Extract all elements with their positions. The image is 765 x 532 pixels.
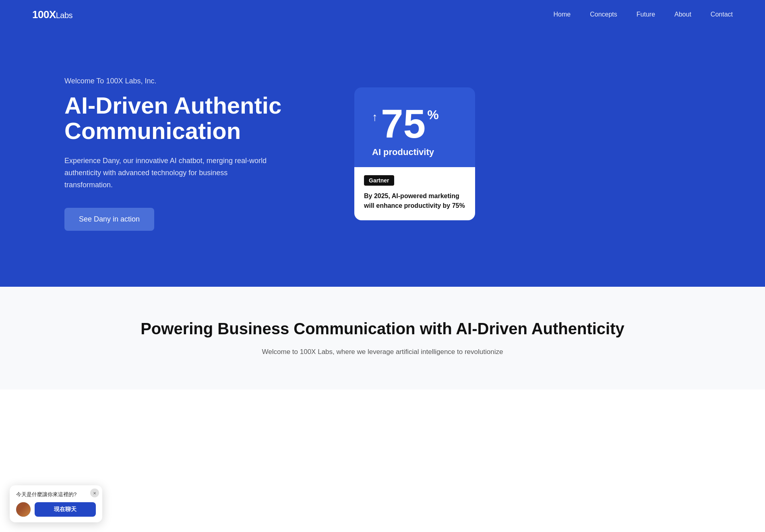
hero-description: Experience Dany, our innovative AI chatb… [64, 155, 274, 191]
stat-source-box: Gartner By 2025, AI-powered marketing wi… [354, 167, 475, 220]
nav-concepts[interactable]: Concepts [590, 11, 617, 18]
hero-welcome: Welcome To 100X Labs, Inc. [64, 77, 306, 85]
stat-percent: % [427, 108, 438, 122]
stat-card: ↑ 75 % AI productivity Gartner By 2025, … [354, 87, 475, 220]
section2-title: Powering Business Communication with AI-… [64, 319, 701, 338]
navbar: 100XLabs Home Concepts Future About Cont… [0, 0, 765, 29]
nav-future[interactable]: Future [637, 11, 655, 18]
hero-section: Welcome To 100X Labs, Inc. AI-Driven Aut… [0, 29, 765, 287]
see-dany-button[interactable]: See Dany in action [64, 208, 154, 231]
nav-home[interactable]: Home [554, 11, 571, 18]
hero-title: AI-Driven Authentic Communication [64, 93, 306, 144]
nav-links: Home Concepts Future About Contact [554, 11, 733, 18]
stat-number-row: ↑ 75 % [372, 104, 457, 144]
logo-text: 100XLabs [32, 8, 72, 21]
stat-source-text: By 2025, AI-powered marketing will enhan… [364, 191, 465, 211]
stat-source-badge: Gartner [364, 175, 394, 186]
nav-about[interactable]: About [674, 11, 691, 18]
stat-label: AI productivity [372, 147, 457, 157]
stat-arrow: ↑ [372, 111, 378, 124]
section2-subtitle: Welcome to 100X Labs, where we leverage … [242, 346, 523, 357]
stat-number: 75 [381, 104, 426, 144]
hero-content: Welcome To 100X Labs, Inc. AI-Driven Aut… [64, 77, 306, 231]
logo: 100XLabs [32, 8, 72, 21]
nav-contact[interactable]: Contact [711, 11, 733, 18]
section2: Powering Business Communication with AI-… [0, 287, 765, 389]
